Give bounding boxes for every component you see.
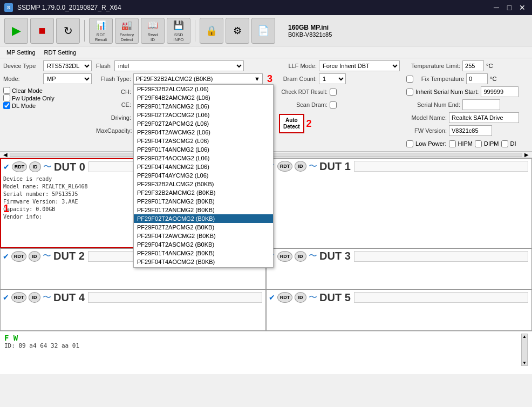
flash-option-0[interactable]: PF29F32B2ALCMG2 (L06) bbox=[134, 85, 273, 93]
dut-4-rdt-button[interactable]: RDT bbox=[11, 292, 26, 303]
flash-option-1[interactable]: PF29F64B2AMCMG2 (L06) bbox=[134, 93, 273, 102]
flash-option-14[interactable]: PF29F01T2ANCMG2 (B0KB) bbox=[134, 206, 273, 214]
dut-5-id-button[interactable]: ID bbox=[295, 292, 306, 303]
hipm-checkbox[interactable] bbox=[449, 140, 456, 147]
fix-temp-checkbox[interactable] bbox=[406, 76, 413, 83]
flash-option-13[interactable]: PF29F01T2ANCMG2 (B0KB) bbox=[134, 197, 273, 206]
flash-option-10[interactable]: PF29F04T4AYCMG2 (L06) bbox=[134, 171, 273, 180]
dut-5-cell: ✔ RDT ID 〜 DUT 5 bbox=[266, 289, 532, 331]
dut-3-input[interactable] bbox=[354, 251, 528, 262]
dut-1-rdt-button[interactable]: RDT bbox=[277, 161, 292, 172]
fw-scroll-up-icon[interactable]: ▲ bbox=[522, 334, 527, 339]
flash-option-4[interactable]: PF29F02T2APCMG2 (L06) bbox=[134, 119, 273, 128]
dut-2-check-icon: ✔ bbox=[3, 252, 9, 261]
dut-0-id-button[interactable]: ID bbox=[29, 161, 41, 172]
di-checkbox[interactable] bbox=[501, 140, 508, 147]
flash-option-2[interactable]: PF29F01T2ANCMG2 (L06) bbox=[134, 102, 273, 111]
flash-option-5[interactable]: PF29F04T2AWCMG2 (L06) bbox=[134, 128, 273, 137]
llf-settings-col: LLF Mode: Force Inherit DBT Normal Dram … bbox=[279, 60, 400, 133]
dut-5-input[interactable] bbox=[354, 292, 528, 303]
fw-update-only-checkbox[interactable] bbox=[3, 94, 10, 101]
dut-5-rdt-button[interactable]: RDT bbox=[277, 292, 292, 303]
ssd-info-button[interactable]: 💾 SSDINFO bbox=[167, 18, 190, 44]
dut-4-input[interactable] bbox=[88, 292, 262, 303]
dl-mode-label[interactable]: DL Mode bbox=[3, 102, 92, 109]
low-power-checkbox[interactable] bbox=[406, 140, 413, 147]
llf-mode-select[interactable]: Force Inherit DBT Normal bbox=[319, 60, 400, 71]
dl-mode-checkbox[interactable] bbox=[3, 102, 10, 109]
llf-mode-row: LLF Mode: Force Inherit DBT Normal bbox=[279, 60, 400, 72]
dut-1-input[interactable] bbox=[354, 161, 528, 172]
dut-4-id-button[interactable]: ID bbox=[29, 292, 40, 303]
clear-mode-label[interactable]: Clear Mode bbox=[3, 87, 92, 94]
refresh-button[interactable]: ↻ bbox=[56, 18, 80, 44]
device-type-select[interactable]: RTS5732DL RTS5733DL bbox=[43, 60, 92, 71]
mode-select[interactable]: MP Normal bbox=[43, 73, 92, 84]
inherit-serial-input[interactable] bbox=[481, 86, 519, 97]
flash-option-6[interactable]: PF29F04T2ASCMG2 (L06) bbox=[134, 137, 273, 145]
flash-option-12[interactable]: PF29F32B2AMCMG2 (B0KB) bbox=[134, 188, 273, 197]
document-button[interactable]: 📄 bbox=[251, 18, 275, 44]
auto-detect-button[interactable]: AutoDetect bbox=[279, 114, 304, 133]
fw-update-only-label[interactable]: Fw Update Only bbox=[3, 94, 92, 101]
dut-1-title: DUT 1 bbox=[319, 160, 351, 173]
flash-option-8[interactable]: PF29F02T4AOCMG2 (L06) bbox=[134, 154, 273, 162]
dut-3-id-button[interactable]: ID bbox=[295, 251, 306, 262]
dut-2-rdt-button[interactable]: RDT bbox=[11, 251, 26, 262]
flash-option-16[interactable]: PF29F02T2APCMG2 (B0KB) bbox=[134, 223, 273, 232]
dut-3-wave-icon: 〜 bbox=[309, 250, 317, 262]
scroll-right-arrow[interactable]: ▶ bbox=[523, 151, 530, 159]
flash-select[interactable]: intel samsung bbox=[114, 60, 244, 71]
flash-type-trigger[interactable]: PF29F32B2ALCMG2 (B0KB) ▼ bbox=[133, 73, 263, 84]
fw-vertical-scrollbar[interactable]: ▲ ▼ bbox=[521, 334, 528, 366]
fw-scroll-down-icon[interactable]: ▼ bbox=[522, 361, 527, 365]
dut-0-rdt-button[interactable]: RDT bbox=[12, 161, 27, 172]
flash-option-3[interactable]: PF29F02T2AOCMG2 (L06) bbox=[134, 111, 273, 119]
dut-1-id-button[interactable]: ID bbox=[295, 161, 306, 172]
check-rdt-checkbox[interactable] bbox=[330, 89, 337, 96]
dram-count-select[interactable]: 1 2 bbox=[319, 73, 346, 84]
scan-dram-row: Scan Dram: bbox=[279, 99, 400, 111]
flash-option-7[interactable]: PF29F01T4ANCMG2 (L06) bbox=[134, 145, 273, 154]
dut-3-rdt-button[interactable]: RDT bbox=[277, 251, 292, 262]
rdt-result-button[interactable]: 📊 RDTResult bbox=[89, 18, 113, 44]
menu-rdt-setting[interactable]: RDT Setting bbox=[40, 48, 81, 57]
flash-option-9[interactable]: PF29F04T4ANCMG2 (L06) bbox=[134, 162, 273, 171]
mode-label: Mode: bbox=[3, 76, 41, 82]
flash-option-21[interactable]: PF29F04T4AYCMG2 (B0KB) bbox=[134, 266, 273, 268]
inherit-serial-checkbox[interactable] bbox=[406, 89, 413, 96]
flash-option-18[interactable]: PF29F04T2ASCMG2 (B0KB) bbox=[134, 240, 273, 249]
settings-button[interactable]: ⚙ bbox=[226, 18, 249, 44]
scroll-left-arrow[interactable]: ◀ bbox=[2, 151, 9, 159]
maximize-button[interactable]: □ bbox=[504, 3, 515, 12]
dipm-checkbox[interactable] bbox=[475, 140, 482, 147]
flash-option-19[interactable]: PF29F01T4ANCMG2 (B0KB) bbox=[134, 249, 273, 257]
flash-option-11[interactable]: PF29F32B2ALCMG2 (B0KB) bbox=[134, 180, 273, 188]
dut-0-wave-icon: 〜 bbox=[43, 161, 52, 173]
max-capacity-label: MaxCapacity: bbox=[96, 127, 132, 134]
clear-mode-checkbox[interactable] bbox=[3, 87, 10, 94]
read-id-button[interactable]: 📖 ReadID bbox=[141, 18, 165, 44]
lock-button[interactable]: 🔒 bbox=[200, 18, 223, 44]
toolbar-separator-1 bbox=[84, 20, 85, 42]
llf-mode-label: LLF Mode: bbox=[279, 63, 317, 69]
close-button[interactable]: ✕ bbox=[517, 3, 528, 12]
factory-defect-button[interactable]: 🏭 FactoryDefect bbox=[115, 18, 139, 44]
serial-num-end-input[interactable] bbox=[462, 99, 500, 110]
fw-update-only-text: Fw Update Only bbox=[12, 95, 54, 101]
flash-option-20[interactable]: PF29F04T4AOCMG2 (B0KB) bbox=[134, 257, 273, 266]
app-title: SSDMP 1.79.0.0_20190827_R_X64 bbox=[17, 4, 121, 11]
flash-option-17[interactable]: PF29F04T2AWCMG2 (B0KB) bbox=[134, 232, 273, 240]
scan-dram-checkbox[interactable] bbox=[330, 101, 337, 108]
play-button[interactable]: ▶ bbox=[4, 18, 28, 44]
model-name-input[interactable] bbox=[449, 112, 519, 123]
fw-version-input[interactable] bbox=[449, 125, 492, 136]
menu-mp-setting[interactable]: MP Setting bbox=[2, 48, 40, 57]
flash-option-15[interactable]: PF29F02T2AOCMG2 (B0KB) bbox=[134, 214, 273, 223]
fix-temp-input[interactable] bbox=[466, 73, 488, 84]
temp-limit-input[interactable] bbox=[462, 60, 484, 71]
dut-2-id-button[interactable]: ID bbox=[29, 251, 40, 262]
minimize-button[interactable]: ─ bbox=[491, 3, 502, 12]
stop-button[interactable]: ■ bbox=[30, 18, 54, 44]
dram-count-row: Dram Count: 1 2 bbox=[279, 73, 400, 85]
